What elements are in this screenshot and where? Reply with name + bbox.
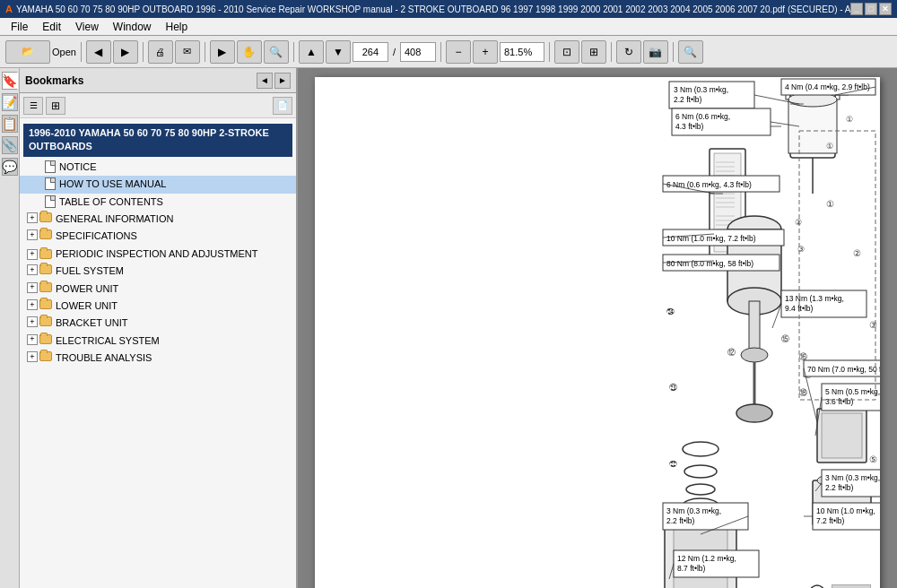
layers-panel-icon[interactable]: 📋 <box>2 115 18 133</box>
document-page: ① ② ③ ④ ⑤ ⑥ ⑦ ⑧ ① ⑮ ⑯ ⑰ ⑱ ⑫ ㉔ ㉓ ㉒ FWD <box>315 77 880 588</box>
svg-text:2.2 ft•lb): 2.2 ft•lb) <box>674 95 701 104</box>
close-button[interactable]: ✕ <box>879 3 892 15</box>
minimize-button[interactable]: _ <box>850 3 863 15</box>
specs-expand[interactable]: + <box>27 229 38 240</box>
svg-text:2.2 ft•lb): 2.2 ft•lb) <box>666 516 694 525</box>
zoom-label: 81.5% <box>500 42 544 62</box>
menu-help[interactable]: Help <box>159 19 196 35</box>
bookmark-electrical[interactable]: + ELECTRICAL SYSTEM <box>20 333 296 350</box>
bookmark-toc[interactable]: TABLE OF CONTENTS <box>20 194 296 211</box>
fit-width-button[interactable]: ⊞ <box>581 40 606 64</box>
bookmark-general-info[interactable]: + GENERAL INFORMATION <box>20 211 296 228</box>
general-info-folder-icon <box>39 212 52 222</box>
zoom-out-button[interactable]: − <box>446 40 471 64</box>
bracket-folder-icon <box>39 316 52 326</box>
svg-text:①: ① <box>826 142 833 151</box>
power-expand[interactable]: + <box>27 282 38 293</box>
bookmark-fuel[interactable]: + FUEL SYSTEM <box>20 263 296 280</box>
svg-rect-57 <box>822 413 862 458</box>
trouble-expand[interactable]: + <box>27 351 38 362</box>
svg-point-28 <box>741 348 768 362</box>
attachments-panel-icon[interactable]: 📎 <box>2 136 18 154</box>
signatures-panel-icon[interactable]: 📝 <box>2 93 18 111</box>
forward-button[interactable]: ▶ <box>113 40 138 64</box>
bookmark-periodic[interactable]: + PERIODIC INSPECTION AND ADJUSTMENT <box>20 246 296 263</box>
fuel-expand[interactable]: + <box>27 264 38 275</box>
next-page-button[interactable]: ▼ <box>326 40 351 64</box>
bookmark-power[interactable]: + POWER UNIT <box>20 281 296 298</box>
open-button[interactable]: 📂 <box>5 40 50 64</box>
svg-text:80 Nm (8.0 m•kg, 58 ft•lb): 80 Nm (8.0 m•kg, 58 ft•lb) <box>666 259 753 268</box>
svg-text:70 Nm (7.0 m•kg, 50 ft•lb): 70 Nm (7.0 m•kg, 50 ft•lb) <box>807 365 880 374</box>
svg-text:12 Nm (1.2 m•kg,: 12 Nm (1.2 m•kg, <box>677 554 736 563</box>
svg-text:7.2 ft•lb): 7.2 ft•lb) <box>816 516 844 525</box>
email-button[interactable]: ✉ <box>175 40 200 64</box>
zoom-in-button[interactable]: + <box>473 40 498 64</box>
menu-window[interactable]: Window <box>106 19 159 35</box>
general-info-label: GENERAL INFORMATION <box>56 212 173 226</box>
svg-text:6 Nm (0.6 m•kg, 4.3 ft•lb): 6 Nm (0.6 m•kg, 4.3 ft•lb) <box>666 180 752 189</box>
bm-search-button[interactable]: 📄 <box>273 97 292 115</box>
separator-2 <box>143 42 144 62</box>
general-info-expand[interactable]: + <box>27 212 38 223</box>
menu-view[interactable]: View <box>68 19 106 35</box>
bracket-expand[interactable]: + <box>27 316 38 327</box>
snapshot-button[interactable]: 📷 <box>643 40 668 64</box>
bookmark-how-to-use[interactable]: HOW TO USE MANUAL <box>20 176 296 193</box>
toc-label: TABLE OF CONTENTS <box>59 195 163 209</box>
svg-text:⑤: ⑤ <box>869 454 877 464</box>
svg-text:3 Nm (0.3 m•kg,: 3 Nm (0.3 m•kg, <box>825 473 880 482</box>
separator-1 <box>81 42 82 62</box>
bookmarks-toolbar: ☰ ⊞ 📄 <box>20 93 296 118</box>
power-folder-icon <box>39 282 52 292</box>
fit-page-button[interactable]: ⊡ <box>554 40 579 64</box>
electrical-label: ELECTRICAL SYSTEM <box>56 334 160 348</box>
comments-panel-icon[interactable]: 💬 <box>2 158 18 176</box>
periodic-expand[interactable]: + <box>27 249 38 260</box>
svg-point-30 <box>736 404 772 422</box>
menu-file[interactable]: File <box>4 19 35 35</box>
rotate-button[interactable]: ↻ <box>616 40 641 64</box>
hand-button[interactable]: ✋ <box>237 40 262 64</box>
bookmark-bracket[interactable]: + BRACKET UNIT <box>20 315 296 332</box>
separator-8 <box>673 42 674 62</box>
svg-text:4 Nm (0.4 m•kg, 2.9 ft•lb): 4 Nm (0.4 m•kg, 2.9 ft•lb) <box>785 82 870 91</box>
panel-nav-buttons: ◄ ► <box>257 73 291 89</box>
svg-text:①: ① <box>826 199 834 209</box>
bookmark-notice[interactable]: NOTICE <box>20 159 296 176</box>
search-button[interactable]: 🔍 <box>678 40 703 64</box>
separator-4 <box>293 42 294 62</box>
bm-options-button[interactable]: ☰ <box>23 97 43 115</box>
electrical-expand[interactable]: + <box>27 334 38 345</box>
notice-doc-icon <box>45 160 56 173</box>
separator-5 <box>440 42 441 62</box>
specs-label: SPECIFICATIONS <box>56 229 137 243</box>
back-button[interactable]: ◀ <box>86 40 111 64</box>
periodic-label: PERIODIC INSPECTION AND ADJUSTMENT <box>56 247 258 261</box>
trouble-folder-icon <box>39 351 52 361</box>
bm-view-button[interactable]: ⊞ <box>46 97 65 115</box>
print-button[interactable]: 🖨 <box>148 40 173 64</box>
lower-folder-icon <box>39 299 52 309</box>
svg-text:①: ① <box>846 115 853 124</box>
notice-label: NOTICE <box>59 160 97 174</box>
bookmark-lower[interactable]: + LOWER UNIT <box>20 298 296 315</box>
prev-page-button[interactable]: ▲ <box>299 40 324 64</box>
zoom-button[interactable]: 🔍 <box>264 40 289 64</box>
svg-rect-27 <box>749 301 760 355</box>
menu-edit[interactable]: Edit <box>35 19 68 35</box>
menu-bar: File Edit View Window Help <box>0 18 897 36</box>
select-button[interactable]: ▶ <box>210 40 235 64</box>
lower-expand[interactable]: + <box>27 299 38 310</box>
panel-prev-button[interactable]: ◄ <box>257 73 273 89</box>
panel-next-button[interactable]: ► <box>274 73 291 89</box>
app-icon: A <box>5 4 13 14</box>
page-number-input[interactable] <box>353 42 388 62</box>
main-content: 🔖 📝 📋 📎 💬 Bookmarks ◄ ► ☰ ⊞ 📄 1996-2010 … <box>0 68 897 588</box>
page-separator: / <box>393 47 396 57</box>
bookmarks-panel-icon[interactable]: 🔖 <box>2 72 18 90</box>
bookmark-specs[interactable]: + SPECIFICATIONS <box>20 228 296 245</box>
bookmark-trouble[interactable]: + TROUBLE ANALYSIS <box>20 350 296 367</box>
svg-text:4.3 ft•lb): 4.3 ft•lb) <box>675 122 703 131</box>
maximize-button[interactable]: □ <box>865 3 877 15</box>
